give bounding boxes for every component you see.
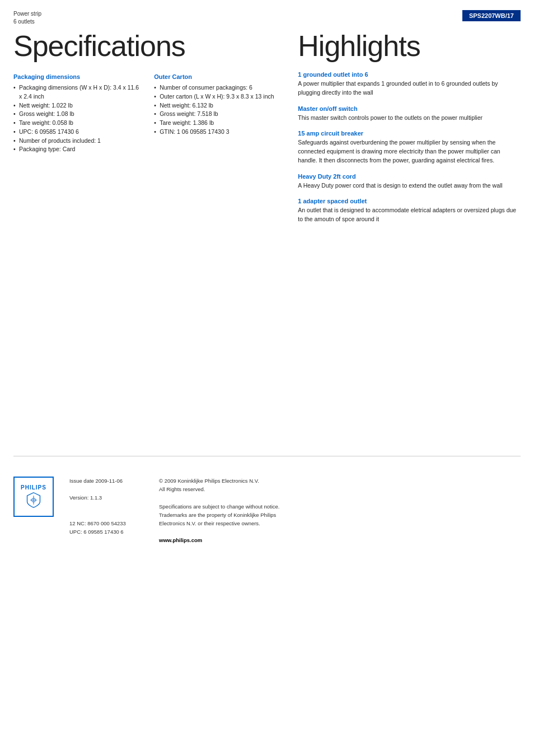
category-label: Power strip — [13, 10, 41, 18]
list-item: Tare weight: 0.058 lb — [13, 119, 140, 128]
list-item: Outer carton (L x W x H): 9.3 x 8.3 x 13… — [154, 92, 281, 101]
highlight-item-text: An outlet that is designed to accommodat… — [298, 206, 521, 224]
highlight-item: Heavy Duty 2ft cordA Heavy Duty power co… — [298, 173, 521, 190]
highlight-item-title: 1 grounded outlet into 6 — [298, 71, 521, 78]
highlight-item: 15 amp circuit breakerSafeguards against… — [298, 130, 521, 165]
right-panel: Highlights 1 grounded outlet into 6A pow… — [292, 30, 521, 232]
highlight-item: 1 grounded outlet into 6A power multipli… — [298, 71, 521, 97]
footer-middle: Issue date 2009-11-06 Version: 1.1.3 12 … — [69, 477, 148, 536]
issue-date: Issue date 2009-11-06 — [69, 477, 148, 485]
outer-carton-list: Number of consumer packagings: 6Outer ca… — [154, 83, 281, 137]
left-panel: Specifications Packaging dimensions Pack… — [13, 30, 292, 232]
page-title: Specifications — [13, 30, 281, 62]
packaging-dimensions-title: Packaging dimensions — [13, 73, 140, 80]
list-item: Nett weight: 1.022 lb — [13, 101, 140, 110]
subcategory-label: 6 outlets — [13, 18, 41, 26]
list-item: Nett weight: 6.132 lb — [154, 101, 281, 110]
footer-divider — [13, 456, 521, 456]
philips-logo: PHILIPS — [13, 477, 58, 517]
copyright: © 2009 Koninklijke Philips Electronics N… — [159, 477, 521, 493]
specs-two-col: Packaging dimensions Packaging dimension… — [13, 73, 281, 154]
list-item: Number of products included: 1 — [13, 137, 140, 146]
highlights-list: 1 grounded outlet into 6A power multipli… — [298, 71, 521, 224]
list-item: Number of consumer packagings: 6 — [154, 83, 281, 92]
nc-upc: 12 NC: 8670 000 54233 UPC: 6 09585 17430… — [69, 519, 148, 536]
outer-carton-col: Outer Carton Number of consumer packagin… — [154, 73, 281, 154]
highlight-item: 1 adapter spaced outletAn outlet that is… — [298, 198, 521, 224]
outer-carton-title: Outer Carton — [154, 73, 281, 80]
list-item: Packaging type: Card — [13, 145, 140, 154]
list-item: Gross weight: 1.08 lb — [13, 110, 140, 119]
highlight-item-title: 15 amp circuit breaker — [298, 130, 521, 137]
list-item: UPC: 6 09585 17430 6 — [13, 128, 140, 137]
highlight-item: Master on/off switchThis master switch c… — [298, 105, 521, 123]
highlight-item-text: A Heavy Duty power cord that is design t… — [298, 181, 521, 190]
philips-shield-icon — [25, 492, 42, 508]
product-category: Power strip 6 outlets — [13, 10, 41, 26]
highlight-item-text: A power multiplier that expands 1 ground… — [298, 80, 521, 97]
disclaimer: Specifications are subject to change wit… — [159, 502, 521, 528]
packaging-dimensions-list: Packaging dimensions (W x H x D): 3.4 x … — [13, 83, 140, 154]
packaging-dimensions-col: Packaging dimensions Packaging dimension… — [13, 73, 140, 154]
model-badge: SPS2207WB/17 — [462, 10, 521, 21]
list-item: Packaging dimensions (W x H x D): 3.4 x … — [13, 83, 140, 101]
philips-text: PHILIPS — [21, 484, 46, 491]
list-item: Tare weight: 1.386 lb — [154, 119, 281, 128]
list-item: Gross weight: 7.518 lb — [154, 110, 281, 119]
highlights-title: Highlights — [298, 30, 521, 62]
main-content: Specifications Packaging dimensions Pack… — [0, 30, 534, 232]
highlight-item-title: Heavy Duty 2ft cord — [298, 173, 521, 180]
footer: PHILIPS Issue date 2009-11-06 Version: 1… — [0, 468, 534, 554]
highlight-item-title: 1 adapter spaced outlet — [298, 198, 521, 204]
website[interactable]: www.philips.com — [159, 536, 521, 544]
highlight-item-text: Safeguards against overburdening the pow… — [298, 138, 521, 165]
highlight-item-text: This master switch controls power to the… — [298, 114, 521, 123]
highlight-item-title: Master on/off switch — [298, 105, 521, 112]
list-item: GTIN: 1 06 09585 17430 3 — [154, 128, 281, 137]
top-bar: Power strip 6 outlets SPS2207WB/17 — [0, 0, 534, 26]
footer-right: © 2009 Koninklijke Philips Electronics N… — [159, 477, 521, 545]
version: Version: 1.1.3 — [69, 493, 148, 502]
